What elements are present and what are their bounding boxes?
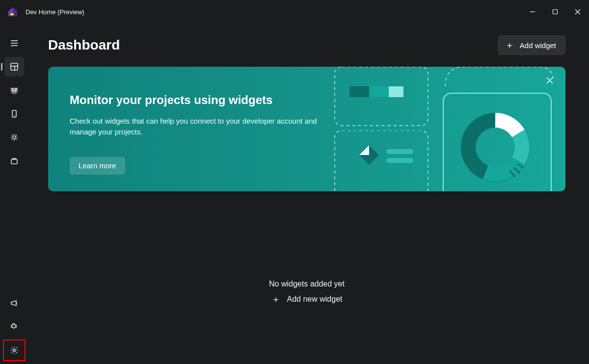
close-button[interactable] (566, 4, 589, 20)
add-widget-button[interactable]: ＋ Add widget (498, 35, 565, 55)
banner-artwork (330, 67, 565, 191)
svg-rect-26 (386, 149, 413, 154)
sidebar-item-apps[interactable] (4, 151, 24, 171)
svg-rect-23 (335, 130, 428, 191)
sidebar-item-settings[interactable] (4, 340, 24, 360)
plus-icon: ＋ (505, 41, 514, 50)
svg-rect-8 (11, 63, 18, 70)
empty-state-title: No widgets added yet (269, 280, 345, 288)
page-header: Dashboard ＋ Add widget (48, 24, 565, 67)
plus-icon: ＋ (271, 293, 280, 305)
svg-rect-14 (11, 159, 17, 164)
add-new-widget-label: Add new widget (287, 295, 343, 304)
app-icon (7, 6, 19, 18)
svg-rect-11 (12, 110, 16, 117)
sidebar-item-extensions[interactable] (4, 317, 24, 337)
svg-rect-27 (386, 158, 413, 163)
banner-description: Check out widgets that can help you conn… (70, 116, 325, 137)
banner-close-button[interactable] (543, 74, 557, 87)
sidebar (0, 24, 28, 364)
add-new-widget-link[interactable]: ＋ Add new widget (271, 293, 343, 305)
add-widget-label: Add widget (520, 41, 556, 50)
svg-rect-2 (553, 10, 558, 14)
hamburger-button[interactable] (4, 33, 24, 53)
page-title: Dashboard (48, 37, 120, 53)
window-controls (521, 4, 589, 20)
main-content: Dashboard ＋ Add widget Monitor your proj… (28, 24, 589, 364)
banner-title: Monitor your projects using widgets (70, 93, 544, 107)
sidebar-item-machine-configuration[interactable] (4, 80, 24, 100)
svg-marker-24 (359, 145, 379, 165)
svg-rect-28 (443, 93, 551, 191)
svg-point-29 (468, 120, 522, 174)
learn-more-label: Learn more (79, 161, 116, 170)
svg-marker-25 (359, 145, 369, 155)
close-icon (546, 77, 553, 84)
learn-more-button[interactable]: Learn more (70, 157, 125, 175)
minimize-button[interactable] (521, 4, 544, 20)
svg-point-16 (13, 349, 16, 352)
empty-state: No widgets added yet ＋ Add new widget (48, 280, 565, 305)
sidebar-item-dashboard[interactable] (4, 57, 24, 77)
sidebar-item-feedback[interactable] (4, 293, 24, 313)
window-title: Dev Home (Preview) (26, 8, 84, 16)
sidebar-item-utilities[interactable] (4, 128, 24, 147)
svg-rect-0 (10, 13, 14, 15)
widgets-promo-banner: Monitor your projects using widgets Chec… (48, 67, 565, 191)
maximize-button[interactable] (544, 4, 566, 20)
title-bar: Dev Home (Preview) (0, 0, 589, 24)
sidebar-item-dev-drive[interactable] (4, 104, 24, 124)
svg-point-13 (13, 136, 16, 139)
